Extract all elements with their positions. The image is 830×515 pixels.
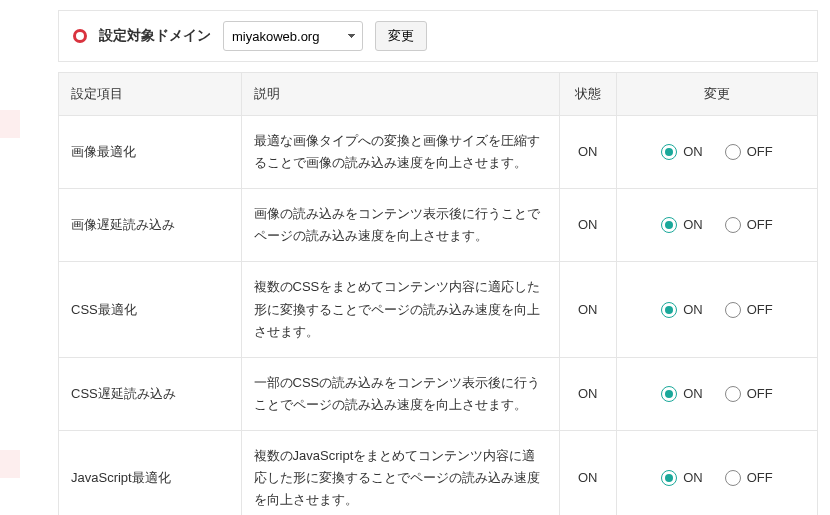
radio-circle-icon <box>661 144 677 160</box>
radio-off[interactable]: OFF <box>725 383 773 405</box>
setting-status: ON <box>559 262 616 357</box>
table-row: CSS最適化複数のCSSをまとめてコンテンツ内容に適応した形に変換することでペー… <box>59 262 818 357</box>
domain-select[interactable]: miyakoweb.org <box>223 21 363 51</box>
radio-on[interactable]: ON <box>661 214 703 236</box>
setting-item-name: CSS遅延読み込み <box>59 357 242 430</box>
header-description: 説明 <box>241 73 559 116</box>
table-row: JavaScript最適化複数のJavaScriptをまとめてコンテンツ内容に適… <box>59 430 818 515</box>
gutter-highlight <box>0 110 20 138</box>
setting-item-name: 画像遅延読み込み <box>59 189 242 262</box>
setting-status: ON <box>559 116 616 189</box>
setting-change-cell: ONOFF <box>616 357 817 430</box>
radio-group: ONOFF <box>629 467 805 489</box>
radio-group: ONOFF <box>629 214 805 236</box>
radio-circle-icon <box>661 217 677 233</box>
radio-group: ONOFF <box>629 299 805 321</box>
table-row: 画像遅延読み込み画像の読み込みをコンテンツ表示後に行うことでページの読み込み速度… <box>59 189 818 262</box>
header-status: 状態 <box>559 73 616 116</box>
radio-off[interactable]: OFF <box>725 141 773 163</box>
setting-change-cell: ONOFF <box>616 262 817 357</box>
radio-label: ON <box>683 141 703 163</box>
radio-label: OFF <box>747 467 773 489</box>
setting-change-cell: ONOFF <box>616 189 817 262</box>
radio-circle-icon <box>725 470 741 486</box>
radio-circle-icon <box>725 302 741 318</box>
gutter-highlight <box>0 450 20 478</box>
setting-change-cell: ONOFF <box>616 116 817 189</box>
setting-description: 一部のCSSの読み込みをコンテンツ表示後に行うことでページの読み込み速度を向上さ… <box>241 357 559 430</box>
setting-status: ON <box>559 189 616 262</box>
radio-label: ON <box>683 214 703 236</box>
domain-target-row: 設定対象ドメイン miyakoweb.org 変更 <box>58 10 818 62</box>
radio-on[interactable]: ON <box>661 383 703 405</box>
setting-status: ON <box>559 430 616 515</box>
radio-label: OFF <box>747 141 773 163</box>
setting-change-cell: ONOFF <box>616 430 817 515</box>
radio-label: ON <box>683 467 703 489</box>
radio-group: ONOFF <box>629 141 805 163</box>
table-row: CSS遅延読み込み一部のCSSの読み込みをコンテンツ表示後に行うことでページの読… <box>59 357 818 430</box>
radio-label: OFF <box>747 299 773 321</box>
radio-circle-icon <box>725 217 741 233</box>
radio-label: OFF <box>747 214 773 236</box>
radio-circle-icon <box>725 144 741 160</box>
setting-description: 複数のJavaScriptをまとめてコンテンツ内容に適応した形に変換することでペ… <box>241 430 559 515</box>
table-row: 画像最適化最適な画像タイプへの変換と画像サイズを圧縮することで画像の読み込み速度… <box>59 116 818 189</box>
radio-circle-icon <box>661 470 677 486</box>
radio-label: ON <box>683 299 703 321</box>
setting-description: 最適な画像タイプへの変換と画像サイズを圧縮することで画像の読み込み速度を向上させ… <box>241 116 559 189</box>
setting-description: 複数のCSSをまとめてコンテンツ内容に適応した形に変換することでページの読み込み… <box>241 262 559 357</box>
table-header-row: 設定項目 説明 状態 変更 <box>59 73 818 116</box>
left-gutter <box>0 0 24 515</box>
setting-item-name: JavaScript最適化 <box>59 430 242 515</box>
header-change: 変更 <box>616 73 817 116</box>
setting-description: 画像の読み込みをコンテンツ表示後に行うことでページの読み込み速度を向上させます。 <box>241 189 559 262</box>
radio-circle-icon <box>661 302 677 318</box>
radio-group: ONOFF <box>629 383 805 405</box>
setting-status: ON <box>559 357 616 430</box>
domain-target-label: 設定対象ドメイン <box>99 27 211 45</box>
header-item: 設定項目 <box>59 73 242 116</box>
settings-table: 設定項目 説明 状態 変更 画像最適化最適な画像タイプへの変換と画像サイズを圧縮… <box>58 72 818 515</box>
domain-change-button[interactable]: 変更 <box>375 21 427 51</box>
radio-on[interactable]: ON <box>661 141 703 163</box>
radio-label: ON <box>683 383 703 405</box>
radio-circle-icon <box>661 386 677 402</box>
radio-off[interactable]: OFF <box>725 214 773 236</box>
circle-icon <box>73 29 87 43</box>
setting-item-name: CSS最適化 <box>59 262 242 357</box>
radio-circle-icon <box>725 386 741 402</box>
radio-off[interactable]: OFF <box>725 299 773 321</box>
radio-off[interactable]: OFF <box>725 467 773 489</box>
radio-on[interactable]: ON <box>661 299 703 321</box>
radio-on[interactable]: ON <box>661 467 703 489</box>
radio-label: OFF <box>747 383 773 405</box>
setting-item-name: 画像最適化 <box>59 116 242 189</box>
